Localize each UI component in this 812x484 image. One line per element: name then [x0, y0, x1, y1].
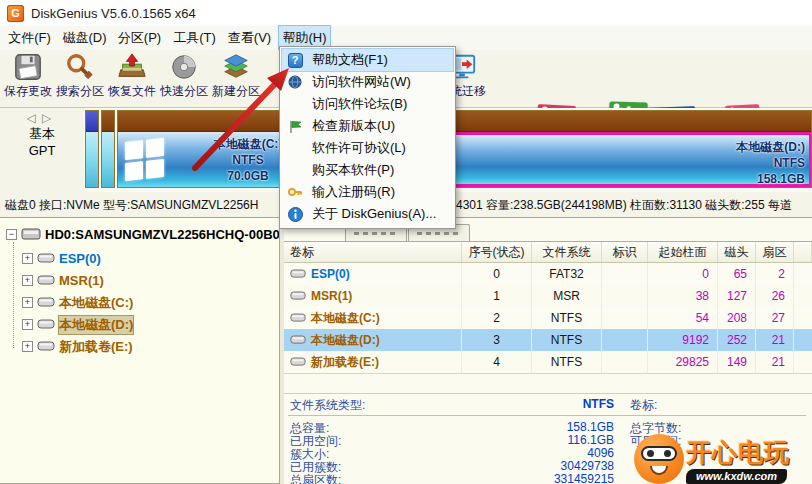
- toolbar-button-label: 搜索分区: [56, 83, 104, 100]
- collapse-icon[interactable]: −: [6, 229, 17, 240]
- toolbar-button-label: 新建分区: [212, 83, 260, 100]
- col-head[interactable]: 磁头: [718, 242, 756, 262]
- tree-item-msr[interactable]: + MSR(1): [22, 270, 104, 291]
- col-filesystem[interactable]: 文件系统: [532, 242, 602, 262]
- table-header-row: 卷标 序号(状态) 文件系统 标识 起始柱面 磁头 扇区: [284, 242, 812, 263]
- disk-type-gpt: GPT: [0, 142, 84, 159]
- partition-table: 卷标 序号(状态) 文件系统 标识 起始柱面 磁头 扇区 ESP(0) 0 FA…: [284, 241, 812, 374]
- total-sectors-label: 总扇区数:: [290, 473, 341, 484]
- toolbar-button-label: 快速分区: [160, 83, 208, 100]
- next-disk-arrow-icon[interactable]: ▷: [42, 111, 57, 125]
- partition-icon: [290, 291, 306, 301]
- app-logo-icon: G: [7, 5, 24, 22]
- key-icon: [287, 184, 303, 200]
- partition-icon: [290, 335, 306, 345]
- tree-item-c[interactable]: + 本地磁盘(C:): [22, 292, 133, 313]
- tree-item-label: 本地磁盘(C:): [59, 294, 133, 312]
- expand-icon[interactable]: +: [22, 341, 33, 352]
- toolbar-button-label: 恢复文件: [108, 83, 156, 100]
- used-clusters-value: 30429738: [484, 459, 614, 473]
- used-space-value: 116.1GB: [484, 433, 614, 447]
- menu-item-buy[interactable]: 购买本软件(P): [280, 159, 455, 181]
- partition-icon: [37, 319, 55, 330]
- disk-type-basic: 基本: [0, 125, 84, 142]
- tree-connector-line: [13, 242, 14, 348]
- title-bar: G DiskGenius V5.6.0.1565 x64: [0, 0, 812, 26]
- watermark: 开心电玩 www.kxdw.com: [634, 434, 812, 484]
- watermark-mascot-icon: [634, 434, 684, 484]
- col-start-cylinder[interactable]: 起始柱面: [648, 242, 718, 262]
- tree-item-label: 本地磁盘(D:): [59, 316, 133, 334]
- windows-logo-icon: [125, 138, 164, 181]
- disk-nav-panel: ◁▷ 基本 GPT: [0, 108, 84, 192]
- total-capacity-value: 158.1GB: [484, 420, 614, 434]
- table-row-esp[interactable]: ESP(0) 0 FAT32 0 65 2: [284, 263, 812, 285]
- help-dropdown-menu: ? 帮助文档(F1) 访问软件网站(W) 访问软件论坛(B) 检查新版本(U) …: [279, 46, 456, 229]
- expand-icon[interactable]: +: [22, 253, 33, 264]
- tree-item-hd0[interactable]: − HD0:SAMSUNGMZVL2256HCHQ-00B00: [6, 224, 280, 245]
- col-flag[interactable]: 标识: [602, 242, 648, 262]
- menu-item-register-code[interactable]: 输入注册码(R): [280, 181, 455, 203]
- watermark-brand: 开心电玩: [686, 436, 790, 469]
- expand-icon[interactable]: +: [22, 319, 33, 330]
- col-sector[interactable]: 扇区: [756, 242, 794, 262]
- partition-icon: [37, 341, 55, 352]
- quick-partition-button[interactable]: 快速分区: [158, 52, 210, 105]
- volume-label-label: 卷标:: [630, 397, 657, 414]
- expand-icon[interactable]: +: [22, 275, 33, 286]
- partition-block-msr[interactable]: [101, 110, 115, 188]
- recover-files-button[interactable]: 恢复文件: [106, 52, 158, 105]
- website-globe-icon: [287, 74, 303, 90]
- menu-disk[interactable]: 磁盘(D): [59, 26, 110, 50]
- search-partition-icon: [65, 52, 95, 82]
- menu-item-website[interactable]: 访问软件网站(W): [280, 71, 455, 93]
- menu-item-license[interactable]: 软件许可协议(L): [280, 137, 455, 159]
- tree-item-label: MSR(1): [59, 273, 104, 288]
- new-partition-button[interactable]: 新建分区: [210, 52, 262, 105]
- tree-item-e[interactable]: + 新加载卷(E:): [22, 336, 133, 357]
- partition-d-size: 158.1GB: [736, 171, 805, 187]
- table-row-c[interactable]: 本地磁盘(C:) 2 NTFS 54 208 27: [284, 307, 812, 329]
- col-seq-status[interactable]: 序号(状态): [462, 242, 532, 262]
- expand-icon[interactable]: +: [22, 297, 33, 308]
- tree-item-label: ESP(0): [59, 251, 101, 266]
- details-divider: [288, 415, 806, 416]
- partition-icon: [290, 357, 306, 367]
- table-row-msr[interactable]: MSR(1) 1 MSR 38 127 26: [284, 285, 812, 307]
- search-partition-button[interactable]: 搜索分区: [54, 52, 106, 105]
- partition-d-name: 本地磁盘(D:): [736, 139, 805, 155]
- disk-icon: [21, 228, 41, 241]
- partition-icon: [37, 253, 55, 264]
- col-volume-label[interactable]: 卷标: [284, 242, 462, 262]
- menu-view[interactable]: 查看(V): [224, 26, 275, 50]
- disk-info-left: 磁盘0 接口:NVMe 型号:SAMSUNGMZVL2256H: [5, 197, 258, 214]
- new-partition-icon: [221, 52, 251, 82]
- watermark-url: www.kxdw.com: [686, 469, 787, 484]
- menu-partition[interactable]: 分区(P): [114, 26, 165, 50]
- prev-disk-arrow-icon[interactable]: ◁: [27, 111, 42, 125]
- menu-item-forum[interactable]: 访问软件论坛(B): [280, 93, 455, 115]
- fs-type-value: NTFS: [484, 397, 614, 411]
- save-changes-button[interactable]: 保存更改: [2, 52, 54, 105]
- partition-block-esp[interactable]: [85, 110, 99, 188]
- cluster-size-value: 4096: [484, 446, 614, 460]
- menu-file[interactable]: 文件(F): [4, 26, 55, 50]
- partition-icon: [37, 275, 55, 286]
- menu-item-help-doc[interactable]: ? 帮助文档(F1): [282, 49, 453, 71]
- tree-item-d-selected[interactable]: + 本地磁盘(D:): [22, 314, 133, 335]
- disk-tree-panel: − HD0:SAMSUNGMZVL2256HCHQ-00B00 + ESP(0)…: [0, 217, 280, 484]
- menu-tools[interactable]: 工具(T): [169, 26, 220, 50]
- table-row-d-selected[interactable]: 本地磁盘(D:) 3 NTFS 9192 252 21: [284, 329, 812, 351]
- menu-item-about[interactable]: 关于 DiskGenius(A)...: [280, 203, 455, 225]
- diskgenius-window: G DiskGenius V5.6.0.1565 x64 文件(F) 磁盘(D)…: [0, 0, 812, 484]
- menu-item-check-update[interactable]: 检查新版本(U): [280, 115, 455, 137]
- fs-type-label: 文件系统类型:: [290, 397, 365, 414]
- total-sectors-value: 331459215: [484, 472, 614, 484]
- partition-d-fs: NTFS: [736, 155, 805, 171]
- disk-info-right: 4301 容量:238.5GB(244198MB) 柱面数:31130 磁头数:…: [456, 197, 792, 214]
- help-doc-icon: ?: [288, 53, 303, 68]
- partition-icon: [290, 269, 306, 279]
- tree-item-esp[interactable]: + ESP(0): [22, 248, 101, 269]
- partition-icon: [290, 313, 306, 323]
- table-row-e[interactable]: 新加载卷(E:) 4 NTFS 29825 149 21: [284, 351, 812, 373]
